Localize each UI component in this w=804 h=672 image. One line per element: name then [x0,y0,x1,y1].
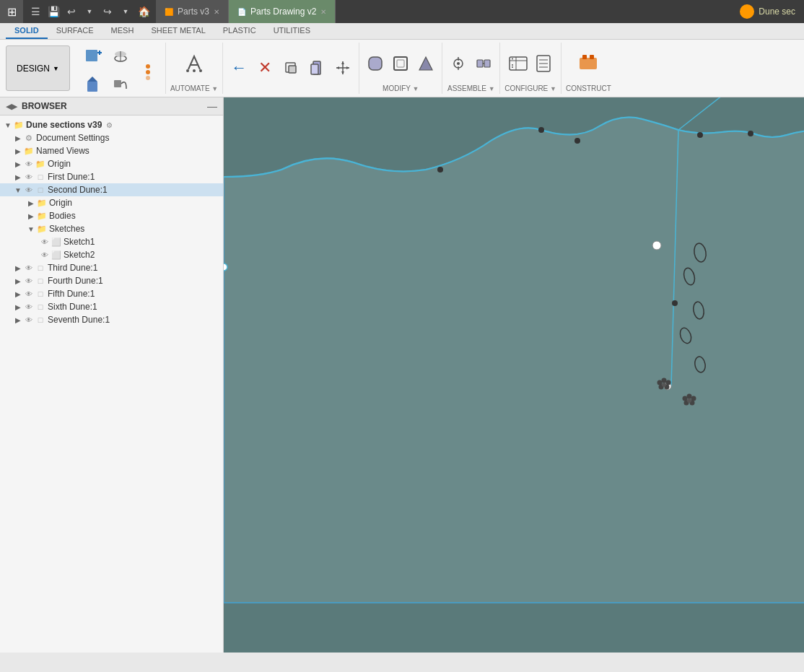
tree-item-sketches[interactable]: ▼ 📁 Sketches [0,222,223,235]
shell-icon[interactable] [389,52,412,75]
center-point-line [672,300,678,306]
eye-icon-origin[interactable]: 👁 [23,160,35,168]
eye-icon-sixth[interactable]: 👁 [23,303,35,311]
browser-collapse-button[interactable]: — [207,100,217,112]
tree-item-fourth-dune[interactable]: ▶ 👁 □ Fourth Dune:1 [0,274,223,287]
titlebar: ⊞ ☰ 💾 ↩ ▼ ↪ ▼ 🏠 🟧 Parts v3 ✕ 📄 Parts Dra… [0,0,804,23]
eye-icon-sketch2[interactable]: 👁 [39,251,51,259]
create-more-icon[interactable] [135,46,161,95]
eye-icon-fourth[interactable]: 👁 [23,277,35,285]
cancel-icon[interactable]: ✕ [253,56,276,79]
tree-item-seventh-dune[interactable]: ▶ 👁 □ Seventh Dune:1 [0,313,223,326]
move-icon[interactable] [331,56,354,79]
tree-item-root[interactable]: ▼ 📁 Dune sections v39 ⚙ [0,118,223,131]
svg-rect-3 [87,82,97,92]
box-icon-third: □ [35,263,46,272]
tab-utilities[interactable]: UTILITIES [265,23,319,39]
redo-dropdown[interactable]: ▼ [118,4,134,19]
design-dropdown[interactable]: DESIGN ▼ [6,45,70,91]
tree-item-fifth-dune[interactable]: ▶ 👁 □ Fifth Dune:1 [0,287,223,300]
svg-point-13 [193,69,196,72]
tree-item-doc-settings[interactable]: ▶ ⚙ Document Settings [0,131,223,144]
eye-icon-fifth[interactable]: 👁 [23,290,35,298]
svg-point-10 [146,70,150,74]
arrow-s-origin: ▶ [26,199,36,207]
tree-item-s-origin[interactable]: ▶ 📁 Origin [0,196,223,209]
paste-icon[interactable] [305,56,328,79]
parts-tab-close[interactable]: ✕ [214,8,219,16]
undo-dropdown[interactable]: ▼ [82,4,97,19]
tab-mesh[interactable]: MESH [102,23,143,39]
tree-item-bodies[interactable]: ▶ 📁 Bodies [0,209,223,222]
tab-parts-v3[interactable]: 🟧 Parts v3 ✕ [156,0,229,23]
tab-parts-drawing[interactable]: 📄 Parts Drawing v2 ✕ [229,0,336,23]
sketch-icon-1: ⬜ [51,237,62,247]
copy-icon[interactable] [279,56,302,79]
create-new-body-icon[interactable] [80,44,106,70]
group-create: CREATE ▼ [76,43,166,94]
group-construct: CONSTRUCT [562,43,616,94]
tree-label-seventh: Seventh Dune:1 [48,315,110,325]
browser-header: ◀▶ BROWSER — [0,97,223,115]
tree-label-sketch1: Sketch1 [64,237,95,247]
svg-rect-35 [484,60,490,67]
svg-rect-47 [580,58,597,69]
eye-icon-first[interactable]: 👁 [23,173,35,181]
svg-marker-23 [341,71,344,74]
joint-icon[interactable] [447,52,470,75]
folder-icon-sketches: 📁 [36,224,48,234]
sketch-line-top [678,97,729,130]
configure-icon2[interactable] [532,52,555,75]
save-button[interactable]: 💾 [45,4,61,19]
svg-rect-34 [477,60,483,67]
tab-solid[interactable]: SOLID [6,23,48,39]
tree-item-third-dune[interactable]: ▶ 👁 □ Third Dune:1 [0,261,223,274]
svg-rect-26 [369,57,382,70]
browser-title: BROWSER [22,101,203,111]
undo-button[interactable]: ↩ [64,4,79,19]
eye-icon-third[interactable]: 👁 [23,264,35,272]
construct-icon[interactable] [574,45,603,82]
tab-sheet-metal[interactable]: SHEET METAL [142,23,214,39]
tree-item-first-dune[interactable]: ▶ 👁 □ First Dune:1 [0,170,223,183]
tree-item-sixth-dune[interactable]: ▶ 👁 □ Sixth Dune:1 [0,300,223,313]
action-icons: ← ✕ [227,44,354,91]
gear-icon-root[interactable]: ⚙ [106,121,113,129]
rigid-group-icon[interactable] [472,52,495,75]
create-sweep-icon[interactable] [108,71,134,97]
eye-icon-seventh[interactable]: 👁 [23,316,35,324]
scale-icon[interactable] [414,52,437,75]
group-modify: MODIFY ▼ [359,43,442,94]
tree-item-sketch2[interactable]: 👁 ⬜ Sketch2 [0,248,223,261]
menu-button[interactable]: ☰ [27,4,43,19]
canvas-svg [224,97,804,653]
configure-icon1[interactable] [507,52,530,75]
drawing-tab-close[interactable]: ✕ [320,8,326,16]
arrow-named: ▶ [13,147,23,155]
canvas-area[interactable] [224,97,804,653]
app-icon[interactable]: ⊞ [0,0,23,23]
tab-surface[interactable]: SURFACE [48,23,102,39]
eye-icon-second[interactable]: 👁 [23,186,35,194]
eye-icon-sketch1[interactable]: 👁 [39,238,51,246]
design-chevron: ▼ [53,65,59,72]
home-button[interactable]: 🏠 [136,4,152,19]
fillet-icon[interactable] [364,52,387,75]
svg-marker-29 [419,57,432,70]
tree-item-second-dune[interactable]: ▼ 👁 □ Second Dune:1 [0,183,223,196]
arrow-root: ▼ [3,121,13,129]
back-arrow-icon[interactable]: ← [227,56,250,79]
redo-button[interactable]: ↪ [100,4,115,19]
tree: ▼ 📁 Dune sections v39 ⚙ ▶ ⚙ Document Set… [0,115,223,653]
tree-item-origin[interactable]: ▶ 👁 📁 Origin [0,157,223,170]
automate-label: AUTOMATE ▼ [170,84,218,92]
tree-item-named-views[interactable]: ▶ 📁 Named Views [0,144,223,157]
tree-label-third: Third Dune:1 [48,263,97,273]
create-extrude-icon[interactable] [80,71,106,97]
title-tabs: 🟧 Parts v3 ✕ 📄 Parts Drawing v2 ✕ [156,0,731,23]
create-revolve-icon[interactable] [108,44,134,70]
tree-item-sketch1[interactable]: 👁 ⬜ Sketch1 [0,235,223,248]
tab-plastic[interactable]: PLASTIC [214,23,265,39]
automate-icon[interactable] [180,45,209,82]
sidebar: ◀▶ BROWSER — ▼ 📁 Dune sections v39 ⚙ ▶ ⚙… [0,97,224,653]
